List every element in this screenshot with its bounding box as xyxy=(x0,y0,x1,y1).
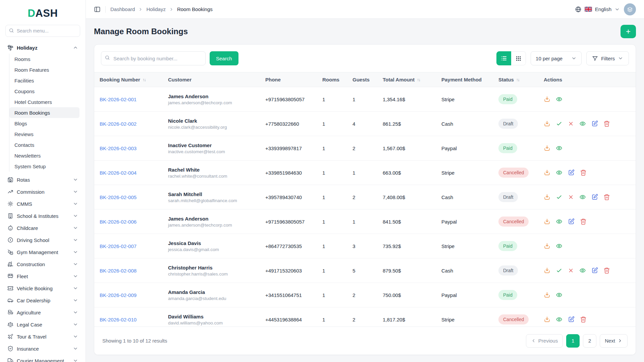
sidebar-item-facilities[interactable]: Facilities xyxy=(9,75,79,86)
language-selector[interactable]: English xyxy=(575,6,620,13)
sidebar-item-newsletters[interactable]: Newsletters xyxy=(9,150,79,161)
sidebar-item-room-bookings[interactable]: Room Bookings xyxy=(9,107,79,118)
module-label: Childcare xyxy=(17,225,69,231)
column-header-status[interactable]: Status↑↓ xyxy=(495,72,540,87)
sidebar-item-room-features[interactable]: Room Features xyxy=(9,64,79,75)
eye-icon[interactable] xyxy=(556,292,562,298)
check-icon[interactable] xyxy=(556,194,562,200)
sidebar-search-input[interactable] xyxy=(5,25,80,37)
sidebar-module-legal-case[interactable]: Legal Case xyxy=(5,318,80,330)
sidebar-item-reviews[interactable]: Reviews xyxy=(9,129,79,139)
sidebar-item-blogs[interactable]: Blogs xyxy=(9,118,79,129)
download-icon[interactable] xyxy=(544,145,550,152)
trash-icon[interactable] xyxy=(603,194,610,200)
x-icon[interactable] xyxy=(568,121,574,127)
booking-number-link[interactable]: BK-2026-02-002 xyxy=(100,121,137,127)
avatar[interactable] xyxy=(624,3,636,15)
eye-icon[interactable] xyxy=(556,145,562,152)
booking-search-input[interactable] xyxy=(101,51,206,65)
filters-button[interactable]: Filters xyxy=(586,51,629,65)
booking-number-link[interactable]: BK-2026-02-007 xyxy=(100,243,137,249)
booking-number-link[interactable]: BK-2026-02-006 xyxy=(100,219,137,225)
download-icon[interactable] xyxy=(544,194,550,200)
sidebar-group-holidayz[interactable]: Holidayz xyxy=(5,42,80,54)
booking-number-link[interactable]: BK-2026-02-001 xyxy=(100,97,137,102)
page-button-1[interactable]: 1 xyxy=(566,334,580,348)
booking-number-link[interactable]: BK-2026-02-008 xyxy=(100,268,137,274)
sidebar-item-system-setup[interactable]: System Setup xyxy=(9,161,79,172)
next-page-button[interactable]: Next xyxy=(600,334,628,348)
trash-icon[interactable] xyxy=(580,218,587,225)
grid-view-button[interactable] xyxy=(511,51,526,65)
sidebar-module-fleet[interactable]: Fleet xyxy=(5,270,80,282)
customer-name: James Anderson xyxy=(168,94,232,99)
check-icon[interactable] xyxy=(556,120,562,127)
sidebar-module-construction[interactable]: Construction xyxy=(5,258,80,270)
edit-icon[interactable] xyxy=(568,316,575,323)
list-view-button[interactable] xyxy=(496,51,511,65)
sidebar-module-childcare[interactable]: Childcare xyxy=(5,222,80,234)
sidebar-module-commission[interactable]: Commission xyxy=(5,186,80,198)
booking-number-link[interactable]: BK-2026-02-005 xyxy=(100,194,137,200)
trash-icon[interactable] xyxy=(580,316,587,323)
eye-icon[interactable] xyxy=(579,120,586,127)
download-icon[interactable] xyxy=(544,292,550,298)
download-icon[interactable] xyxy=(544,218,550,225)
edit-icon[interactable] xyxy=(591,194,598,200)
eye-icon[interactable] xyxy=(556,243,562,249)
eye-icon[interactable] xyxy=(579,194,586,200)
sidebar-toggle-icon[interactable] xyxy=(94,6,101,13)
sidebar-item-rooms[interactable]: Rooms xyxy=(9,54,79,64)
edit-icon[interactable] xyxy=(591,120,598,127)
breadcrumb-holidayz[interactable]: Holidayz xyxy=(146,6,166,12)
eye-icon[interactable] xyxy=(556,96,562,103)
download-icon[interactable] xyxy=(544,120,550,127)
page-button-2[interactable]: 2 xyxy=(583,334,596,348)
download-icon[interactable] xyxy=(544,316,550,323)
trash-icon[interactable] xyxy=(580,169,587,176)
eye-icon[interactable] xyxy=(556,169,562,176)
x-icon[interactable] xyxy=(568,267,574,274)
sidebar-module-driving-school[interactable]: Driving School xyxy=(5,234,80,246)
download-icon[interactable] xyxy=(544,243,550,249)
sidebar-item-contacts[interactable]: Contacts xyxy=(9,139,79,150)
eye-icon[interactable] xyxy=(579,267,586,274)
sidebar-module-car-dealership[interactable]: Car Dealership xyxy=(5,294,80,306)
sidebar-module-cmms[interactable]: CMMS xyxy=(5,198,80,210)
payment-method-value: Stripe xyxy=(441,243,454,249)
sidebar-module-vehicle-booking[interactable]: Vehicle Booking xyxy=(5,282,80,294)
search-button[interactable]: Search xyxy=(210,51,238,65)
download-icon[interactable] xyxy=(544,96,550,103)
sidebar-item-hotel-customers[interactable]: Hotel Customers xyxy=(9,97,79,107)
trash-icon[interactable] xyxy=(603,267,610,274)
edit-icon[interactable] xyxy=(591,267,598,274)
eye-icon[interactable] xyxy=(556,218,562,225)
booking-number-link[interactable]: BK-2026-02-004 xyxy=(100,170,137,176)
sidebar-module-rotas[interactable]: Rotas xyxy=(5,174,80,186)
download-icon[interactable] xyxy=(544,267,550,274)
trash-icon[interactable] xyxy=(603,120,610,127)
sidebar-item-coupons[interactable]: Coupons xyxy=(9,86,79,97)
edit-icon[interactable] xyxy=(568,218,575,225)
add-booking-button[interactable]: + xyxy=(621,25,636,38)
booking-number-link[interactable]: BK-2026-02-003 xyxy=(100,145,137,151)
sidebar-module-gym-management[interactable]: Gym Management xyxy=(5,246,80,258)
booking-number-link[interactable]: BK-2026-02-009 xyxy=(100,292,137,298)
payment-method-value: Paypal xyxy=(441,219,457,225)
column-header-booking-number[interactable]: Booking Number↑↓ xyxy=(94,72,165,87)
sidebar-module-agriculture[interactable]: Agriculture xyxy=(5,306,80,318)
per-page-select[interactable]: 10 per page xyxy=(531,51,582,65)
sidebar-module-insurance[interactable]: Insurance xyxy=(5,343,80,355)
sidebar-module-school-institutes[interactable]: School & Institutes xyxy=(5,210,80,222)
check-icon[interactable] xyxy=(556,267,562,274)
edit-icon[interactable] xyxy=(568,169,575,176)
download-icon[interactable] xyxy=(544,169,550,176)
breadcrumb-dashboard[interactable]: Dashboard xyxy=(110,6,135,12)
x-icon[interactable] xyxy=(568,194,574,200)
sidebar-module-tour-travel[interactable]: Tour & Travel xyxy=(5,330,80,343)
column-header-total-amount[interactable]: Total Amount↑↓ xyxy=(379,72,438,87)
booking-number-link[interactable]: BK-2026-02-010 xyxy=(100,317,137,322)
previous-page-button[interactable]: Previous xyxy=(526,334,563,348)
eye-icon[interactable] xyxy=(556,316,562,323)
sidebar-module-courier-management[interactable]: Courier Management xyxy=(5,355,80,362)
